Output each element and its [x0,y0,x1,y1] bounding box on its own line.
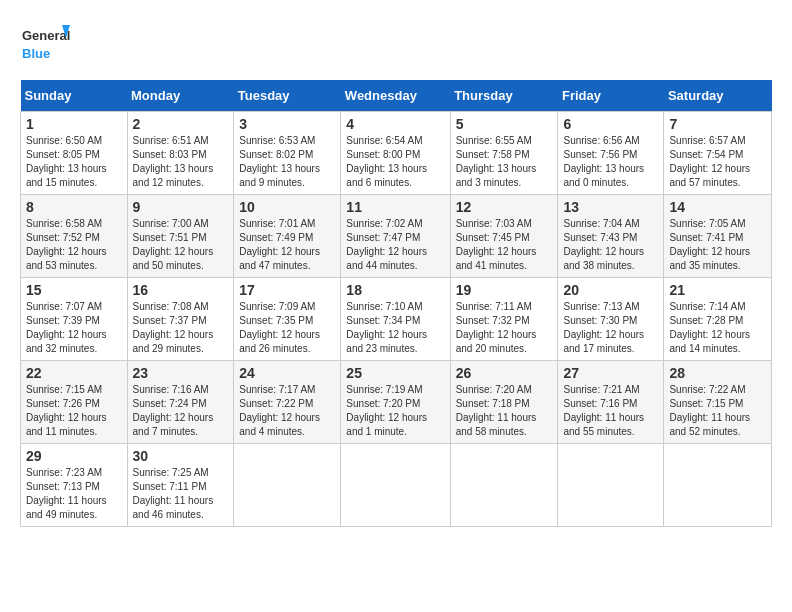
day-info: Sunrise: 6:51 AM Sunset: 8:03 PM Dayligh… [133,134,229,190]
day-number: 21 [669,282,766,298]
empty-cell [664,444,772,527]
day-info: Sunrise: 7:15 AM Sunset: 7:26 PM Dayligh… [26,383,122,439]
day-info: Sunrise: 7:17 AM Sunset: 7:22 PM Dayligh… [239,383,335,439]
logo: General Blue [20,20,70,70]
day-number: 29 [26,448,122,464]
day-number: 5 [456,116,553,132]
day-cell-17: 17Sunrise: 7:09 AM Sunset: 7:35 PM Dayli… [234,278,341,361]
day-number: 16 [133,282,229,298]
day-number: 14 [669,199,766,215]
day-number: 18 [346,282,444,298]
day-cell-13: 13Sunrise: 7:04 AM Sunset: 7:43 PM Dayli… [558,195,664,278]
day-cell-12: 12Sunrise: 7:03 AM Sunset: 7:45 PM Dayli… [450,195,558,278]
day-info: Sunrise: 7:10 AM Sunset: 7:34 PM Dayligh… [346,300,444,356]
day-info: Sunrise: 6:54 AM Sunset: 8:00 PM Dayligh… [346,134,444,190]
day-cell-9: 9Sunrise: 7:00 AM Sunset: 7:51 PM Daylig… [127,195,234,278]
week-row: 8Sunrise: 6:58 AM Sunset: 7:52 PM Daylig… [21,195,772,278]
day-info: Sunrise: 7:19 AM Sunset: 7:20 PM Dayligh… [346,383,444,439]
day-number: 27 [563,365,658,381]
day-cell-18: 18Sunrise: 7:10 AM Sunset: 7:34 PM Dayli… [341,278,450,361]
day-info: Sunrise: 7:13 AM Sunset: 7:30 PM Dayligh… [563,300,658,356]
day-cell-7: 7Sunrise: 6:57 AM Sunset: 7:54 PM Daylig… [664,112,772,195]
day-number: 9 [133,199,229,215]
day-info: Sunrise: 7:22 AM Sunset: 7:15 PM Dayligh… [669,383,766,439]
day-cell-30: 30Sunrise: 7:25 AM Sunset: 7:11 PM Dayli… [127,444,234,527]
day-info: Sunrise: 7:08 AM Sunset: 7:37 PM Dayligh… [133,300,229,356]
day-cell-22: 22Sunrise: 7:15 AM Sunset: 7:26 PM Dayli… [21,361,128,444]
day-cell-5: 5Sunrise: 6:55 AM Sunset: 7:58 PM Daylig… [450,112,558,195]
day-number: 4 [346,116,444,132]
calendar-table: SundayMondayTuesdayWednesdayThursdayFrid… [20,80,772,527]
day-info: Sunrise: 7:25 AM Sunset: 7:11 PM Dayligh… [133,466,229,522]
column-header-thursday: Thursday [450,80,558,112]
day-cell-10: 10Sunrise: 7:01 AM Sunset: 7:49 PM Dayli… [234,195,341,278]
day-info: Sunrise: 7:02 AM Sunset: 7:47 PM Dayligh… [346,217,444,273]
day-number: 3 [239,116,335,132]
week-row: 15Sunrise: 7:07 AM Sunset: 7:39 PM Dayli… [21,278,772,361]
day-cell-4: 4Sunrise: 6:54 AM Sunset: 8:00 PM Daylig… [341,112,450,195]
day-info: Sunrise: 6:58 AM Sunset: 7:52 PM Dayligh… [26,217,122,273]
day-info: Sunrise: 7:04 AM Sunset: 7:43 PM Dayligh… [563,217,658,273]
day-cell-1: 1Sunrise: 6:50 AM Sunset: 8:05 PM Daylig… [21,112,128,195]
day-number: 25 [346,365,444,381]
page-header: General Blue [20,20,772,70]
week-row: 22Sunrise: 7:15 AM Sunset: 7:26 PM Dayli… [21,361,772,444]
day-number: 12 [456,199,553,215]
day-info: Sunrise: 7:14 AM Sunset: 7:28 PM Dayligh… [669,300,766,356]
week-row: 1Sunrise: 6:50 AM Sunset: 8:05 PM Daylig… [21,112,772,195]
day-number: 26 [456,365,553,381]
column-header-sunday: Sunday [21,80,128,112]
day-info: Sunrise: 7:01 AM Sunset: 7:49 PM Dayligh… [239,217,335,273]
column-header-tuesday: Tuesday [234,80,341,112]
day-info: Sunrise: 7:05 AM Sunset: 7:41 PM Dayligh… [669,217,766,273]
empty-cell [558,444,664,527]
day-cell-26: 26Sunrise: 7:20 AM Sunset: 7:18 PM Dayli… [450,361,558,444]
day-number: 6 [563,116,658,132]
day-number: 10 [239,199,335,215]
day-number: 19 [456,282,553,298]
day-info: Sunrise: 6:55 AM Sunset: 7:58 PM Dayligh… [456,134,553,190]
day-cell-15: 15Sunrise: 7:07 AM Sunset: 7:39 PM Dayli… [21,278,128,361]
day-cell-11: 11Sunrise: 7:02 AM Sunset: 7:47 PM Dayli… [341,195,450,278]
day-number: 7 [669,116,766,132]
day-info: Sunrise: 7:21 AM Sunset: 7:16 PM Dayligh… [563,383,658,439]
day-number: 28 [669,365,766,381]
day-info: Sunrise: 7:07 AM Sunset: 7:39 PM Dayligh… [26,300,122,356]
day-cell-29: 29Sunrise: 7:23 AM Sunset: 7:13 PM Dayli… [21,444,128,527]
day-cell-21: 21Sunrise: 7:14 AM Sunset: 7:28 PM Dayli… [664,278,772,361]
empty-cell [234,444,341,527]
day-cell-20: 20Sunrise: 7:13 AM Sunset: 7:30 PM Dayli… [558,278,664,361]
day-cell-19: 19Sunrise: 7:11 AM Sunset: 7:32 PM Dayli… [450,278,558,361]
logo-svg: General Blue [20,20,70,70]
day-info: Sunrise: 7:00 AM Sunset: 7:51 PM Dayligh… [133,217,229,273]
day-cell-2: 2Sunrise: 6:51 AM Sunset: 8:03 PM Daylig… [127,112,234,195]
day-number: 2 [133,116,229,132]
day-info: Sunrise: 7:03 AM Sunset: 7:45 PM Dayligh… [456,217,553,273]
day-number: 20 [563,282,658,298]
column-header-saturday: Saturday [664,80,772,112]
header-row: SundayMondayTuesdayWednesdayThursdayFrid… [21,80,772,112]
day-number: 11 [346,199,444,215]
day-info: Sunrise: 6:56 AM Sunset: 7:56 PM Dayligh… [563,134,658,190]
day-cell-27: 27Sunrise: 7:21 AM Sunset: 7:16 PM Dayli… [558,361,664,444]
day-cell-24: 24Sunrise: 7:17 AM Sunset: 7:22 PM Dayli… [234,361,341,444]
empty-cell [450,444,558,527]
day-cell-23: 23Sunrise: 7:16 AM Sunset: 7:24 PM Dayli… [127,361,234,444]
day-cell-8: 8Sunrise: 6:58 AM Sunset: 7:52 PM Daylig… [21,195,128,278]
day-cell-3: 3Sunrise: 6:53 AM Sunset: 8:02 PM Daylig… [234,112,341,195]
day-info: Sunrise: 7:09 AM Sunset: 7:35 PM Dayligh… [239,300,335,356]
day-number: 15 [26,282,122,298]
day-number: 24 [239,365,335,381]
day-number: 13 [563,199,658,215]
day-cell-6: 6Sunrise: 6:56 AM Sunset: 7:56 PM Daylig… [558,112,664,195]
column-header-wednesday: Wednesday [341,80,450,112]
day-number: 30 [133,448,229,464]
svg-text:General: General [22,28,70,43]
day-number: 17 [239,282,335,298]
day-number: 22 [26,365,122,381]
svg-text:Blue: Blue [22,46,50,61]
day-cell-25: 25Sunrise: 7:19 AM Sunset: 7:20 PM Dayli… [341,361,450,444]
day-cell-28: 28Sunrise: 7:22 AM Sunset: 7:15 PM Dayli… [664,361,772,444]
day-info: Sunrise: 6:57 AM Sunset: 7:54 PM Dayligh… [669,134,766,190]
week-row: 29Sunrise: 7:23 AM Sunset: 7:13 PM Dayli… [21,444,772,527]
